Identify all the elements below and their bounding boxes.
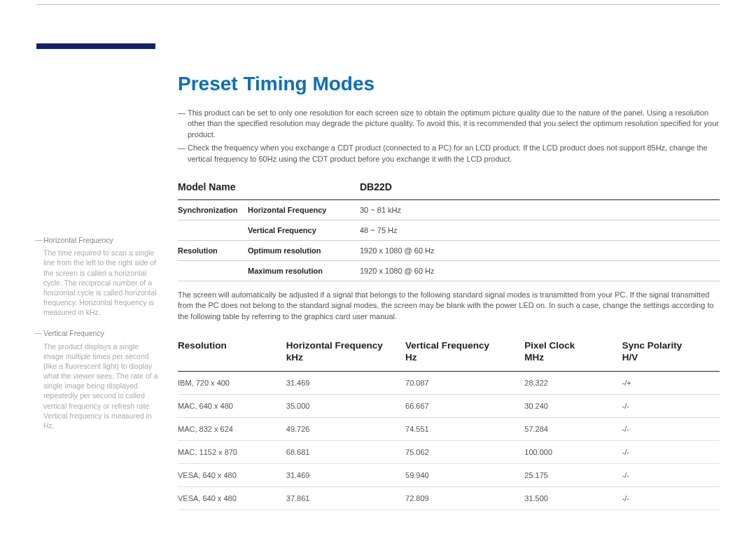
timing-row: IBM, 720 x 400 31.469 70.087 28.322 -/+ (178, 371, 720, 394)
cell-res: MAC, 832 x 624 (178, 417, 286, 440)
model-name-value: DB22D (360, 177, 720, 200)
cell-h: 31.469 (286, 371, 405, 394)
spec-label: Optimum resolution (248, 240, 360, 260)
timing-row: MAC, 832 x 624 49.726 74.551 57.284 -/- (178, 417, 720, 440)
cell-s: -/+ (622, 371, 720, 394)
chapter-accent-bar (36, 43, 155, 49)
timing-header-row: Resolution Horizontal Frequency kHz Vert… (178, 335, 720, 371)
intro-notes: This product can be set to only one reso… (178, 108, 720, 164)
spec-value: 1920 x 1080 @ 60 Hz (360, 260, 720, 281)
glossary-term: Horizontal Frequency (36, 235, 159, 245)
cell-h: 37.861 (286, 486, 405, 510)
cell-s: -/- (622, 486, 720, 510)
cell-h: 68.681 (286, 440, 405, 463)
sidebar-glossary: Horizontal Frequency The time required t… (36, 235, 159, 442)
note-item: This product can be set to only one reso… (178, 108, 720, 140)
spec-group (178, 220, 248, 240)
col-vfreq: Vertical Frequency Hz (405, 335, 524, 371)
col-pclock-label: Pixel Clock (524, 340, 575, 351)
col-sync: Sync Polarity H/V (622, 335, 720, 371)
spec-label: Maximum resolution (248, 260, 360, 281)
cell-s: -/- (622, 440, 720, 463)
cell-res: IBM, 720 x 400 (178, 371, 286, 394)
col-pclock: Pixel Clock MHz (524, 335, 622, 371)
col-sync-unit: H/V (622, 352, 638, 363)
timing-row: VESA, 640 x 480 37.861 72.809 31.500 -/- (178, 486, 720, 510)
cell-s: -/- (622, 463, 720, 486)
cell-v: 72.809 (405, 486, 524, 510)
spec-value: 30 ~ 81 kHz (360, 199, 720, 220)
spec-value: 48 ~ 75 Hz (360, 220, 720, 240)
cell-res: VESA, 640 x 480 (178, 463, 286, 486)
cell-h: 35.000 (286, 394, 405, 417)
col-sync-label: Sync Polarity (622, 340, 682, 351)
cell-h: 49.726 (286, 417, 405, 440)
timing-row: VESA, 640 x 480 31.469 59.940 25.175 -/- (178, 463, 720, 486)
col-pclock-unit: MHz (524, 352, 544, 363)
col-hfreq-label: Horizontal Frequency (286, 340, 383, 351)
spec-value: 1920 x 1080 @ 60 Hz (360, 240, 720, 260)
timing-row: MAC, 640 x 480 35.000 66.667 30.240 -/- (178, 394, 720, 417)
timing-row: MAC, 1152 x 870 68.681 75.062 100.000 -/… (178, 440, 720, 463)
cell-res: VESA, 640 x 480 (178, 486, 286, 510)
cell-h: 31.469 (286, 463, 405, 486)
cell-p: 28.322 (524, 371, 622, 394)
col-hfreq: Horizontal Frequency kHz (286, 335, 405, 371)
cell-v: 66.667 (405, 394, 524, 417)
col-vfreq-unit: Hz (405, 352, 417, 363)
page-title: Preset Timing Modes (178, 73, 720, 95)
col-hfreq-unit: kHz (286, 352, 303, 363)
cell-p: 100.000 (524, 440, 622, 463)
cell-v: 74.551 (405, 417, 524, 440)
cell-v: 70.087 (405, 371, 524, 394)
spec-group: Resolution (178, 240, 248, 260)
spec-row: Vertical Frequency 48 ~ 75 Hz (178, 220, 720, 240)
mid-paragraph: The screen will automatically be adjuste… (178, 290, 720, 322)
timing-body: IBM, 720 x 400 31.469 70.087 28.322 -/+ … (178, 371, 720, 510)
col-resolution: Resolution (178, 335, 286, 371)
cell-p: 57.284 (524, 417, 622, 440)
cell-res: MAC, 1152 x 870 (178, 440, 286, 463)
cell-v: 59.940 (405, 463, 524, 486)
cell-v: 75.062 (405, 440, 524, 463)
cell-p: 25.175 (524, 463, 622, 486)
glossary-desc: The product displays a single image mult… (36, 342, 159, 431)
model-name-label: Model Name (178, 177, 360, 200)
spec-row: Maximum resolution 1920 x 1080 @ 60 Hz (178, 260, 720, 281)
spec-group: Synchronization (178, 199, 248, 220)
spec-table: Model Name DB22D Synchronization Horizon… (178, 177, 720, 281)
page-top-rule (36, 0, 720, 5)
spec-label: Horizontal Frequency (248, 199, 360, 220)
cell-s: -/- (622, 394, 720, 417)
glossary-term: Vertical Frequency (36, 328, 159, 338)
cell-p: 31.500 (524, 486, 622, 510)
main-content: Preset Timing Modes This product can be … (178, 73, 720, 510)
cell-res: MAC, 640 x 480 (178, 394, 286, 417)
note-item: Check the frequency when you exchange a … (178, 143, 720, 164)
timing-table: Resolution Horizontal Frequency kHz Vert… (178, 335, 720, 510)
glossary-desc: The time required to scan a single line … (36, 248, 159, 317)
cell-p: 30.240 (524, 394, 622, 417)
spec-label: Vertical Frequency (248, 220, 360, 240)
col-vfreq-label: Vertical Frequency (405, 340, 489, 351)
cell-s: -/- (622, 417, 720, 440)
spec-row: Synchronization Horizontal Frequency 30 … (178, 199, 720, 220)
spec-group (178, 260, 248, 281)
spec-row: Resolution Optimum resolution 1920 x 108… (178, 240, 720, 260)
spec-header-row: Model Name DB22D (178, 177, 720, 200)
